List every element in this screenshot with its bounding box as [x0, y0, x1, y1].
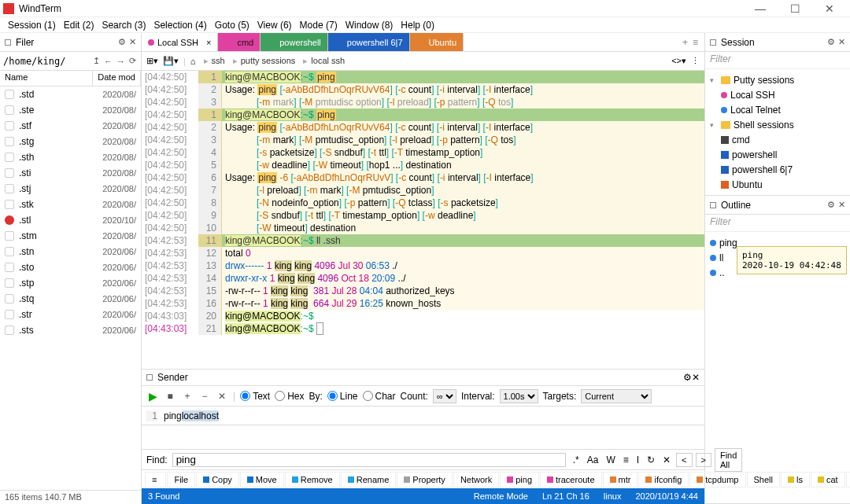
menu-item[interactable]: View (6) — [254, 19, 295, 31]
mode-text[interactable]: Text — [240, 391, 270, 402]
filer-row[interactable]: .stg2020/08/ — [0, 134, 141, 149]
menu-item[interactable]: Edit (2) — [61, 19, 98, 31]
filer-row[interactable]: .stm2020/08/ — [0, 228, 141, 244]
session-tab[interactable]: powershell — [261, 33, 328, 51]
session-tab[interactable]: Ubuntu — [410, 33, 464, 51]
session-tree-item[interactable]: Local Telnet — [707, 102, 848, 117]
menu-item[interactable]: Window (8) — [342, 19, 397, 31]
cmd-traceroute[interactable]: traceroute — [540, 472, 602, 487]
window-maximize-button[interactable]: ☐ — [778, 2, 812, 15]
cmd-Rename[interactable]: Rename — [341, 472, 397, 487]
gear-icon[interactable]: ⚙ — [683, 372, 692, 383]
cmd-ifconfig[interactable]: ifconfig — [638, 472, 689, 487]
filer-row[interactable]: .stp2020/06/ — [0, 275, 141, 291]
filer-row[interactable]: .sti2020/08/ — [0, 165, 141, 181]
by-char[interactable]: Char — [363, 391, 396, 402]
filer-row[interactable]: .str2020/06/ — [0, 307, 141, 322]
save-icon[interactable]: 💾▾ — [163, 56, 179, 66]
find-option[interactable]: Aa — [585, 454, 601, 465]
history-icon[interactable]: <>▾ — [671, 56, 686, 66]
filer-row[interactable]: .stf2020/08/ — [0, 118, 141, 134]
outline-tree[interactable]: pingllping 2020-10-19 04:42:48.. — [705, 232, 850, 283]
targets-select[interactable]: Current — [581, 389, 652, 403]
menu-item[interactable]: Help (0) — [397, 19, 438, 31]
close-icon[interactable]: ✕ — [838, 37, 845, 47]
filer-row[interactable]: .stk2020/08/ — [0, 197, 141, 212]
menu-item[interactable]: Goto (5) — [212, 19, 253, 31]
find-option[interactable]: W — [604, 454, 617, 465]
session-tree-item[interactable]: Ubuntu — [707, 177, 848, 192]
nav-back-icon[interactable]: ← — [102, 57, 114, 66]
crumb-ssh[interactable]: ssh — [201, 56, 225, 66]
stop-icon[interactable]: ■ — [164, 391, 176, 402]
find-option[interactable]: ≡ — [621, 454, 631, 465]
filer-row[interactable]: .stj2020/08/ — [0, 181, 141, 197]
nav-up-icon[interactable]: ↥ — [91, 56, 102, 66]
refresh-icon[interactable]: ⟳ — [128, 56, 138, 66]
tab-close-icon[interactable]: × — [206, 38, 211, 47]
filer-row[interactable]: .stq2020/06/ — [0, 291, 141, 307]
nav-fwd-icon[interactable]: → — [115, 57, 127, 66]
cmd-menu[interactable]: ≡ — [145, 472, 166, 487]
sender-input-row[interactable]: 1 ping localhost — [142, 407, 704, 425]
remove-icon[interactable]: − — [198, 391, 211, 402]
find-input[interactable] — [172, 453, 566, 467]
filer-row[interactable]: .sto2020/06/ — [0, 259, 141, 275]
find-prev[interactable]: < — [676, 453, 692, 467]
menu-item[interactable]: Search (3) — [98, 19, 149, 31]
filer-list[interactable]: .std2020/08/.ste2020/08/.stf2020/08/.stg… — [0, 86, 141, 490]
session-tab[interactable]: powershell 6|7 — [328, 33, 410, 51]
cmd-Network[interactable]: Network — [453, 472, 499, 487]
filer-row[interactable]: .sth2020/08/ — [0, 149, 141, 165]
col-name[interactable]: Name — [0, 71, 93, 86]
home-icon[interactable]: ⌂ — [190, 57, 196, 66]
play-icon[interactable]: ▶ — [146, 390, 159, 403]
add-tab-icon[interactable]: + — [682, 37, 688, 48]
clear-icon[interactable]: ✕ — [216, 391, 228, 402]
add-icon[interactable]: + — [181, 391, 194, 402]
filer-path-input[interactable] — [3, 56, 91, 67]
session-filter[interactable]: Filter — [705, 52, 850, 69]
session-tree-item[interactable]: powershell — [707, 147, 848, 162]
filer-row[interactable]: .stl2020/10/ — [0, 212, 141, 228]
cmd-Copy[interactable]: Copy — [196, 472, 239, 487]
crumb-localssh[interactable]: local ssh — [300, 56, 345, 66]
gear-icon[interactable]: ⚙ — [827, 37, 835, 47]
session-tree[interactable]: ▾Putty sessionsLocal SSHLocal Telnet▾She… — [705, 69, 850, 195]
session-tree-item[interactable]: ▾Shell sessions — [707, 117, 848, 132]
filer-row[interactable]: .sts2020/06/ — [0, 322, 141, 338]
find-option[interactable]: ✕ — [660, 454, 673, 465]
session-tab[interactable]: cmd — [218, 33, 261, 51]
find-option[interactable]: ↻ — [645, 454, 657, 465]
filer-row[interactable]: .ste2020/08/ — [0, 102, 141, 118]
gear-icon[interactable]: ⚙ — [118, 37, 126, 47]
window-minimize-button[interactable]: — — [743, 2, 778, 15]
tabs-menu-icon[interactable]: ≡ — [693, 37, 698, 48]
menu-item[interactable]: Session (1) — [5, 19, 59, 31]
crumb-putty[interactable]: putty sessions — [230, 56, 296, 66]
find-option[interactable]: I — [634, 454, 641, 465]
new-tab-icon[interactable]: ⊞▾ — [146, 56, 158, 66]
by-line[interactable]: Line — [327, 391, 358, 402]
cmd-Move[interactable]: Move — [240, 472, 284, 487]
filer-row[interactable]: .stn2020/06/ — [0, 244, 141, 259]
window-close-button[interactable]: ✕ — [812, 2, 847, 15]
more-icon[interactable]: ⋮ — [691, 56, 700, 66]
terminal-output[interactable]: [04:42:50]1king@MACBOOK:~$ ping[04:42:50… — [142, 71, 704, 369]
count-select[interactable]: ∞ — [433, 389, 456, 403]
find-option[interactable]: .* — [571, 454, 582, 465]
filer-row[interactable]: .std2020/08/ — [0, 86, 141, 102]
menu-item[interactable]: Selection (4) — [150, 19, 209, 31]
session-tree-item[interactable]: Local SSH — [707, 87, 848, 102]
session-tree-item[interactable]: powershell 6|7 — [707, 162, 848, 177]
close-icon[interactable]: ✕ — [129, 37, 136, 47]
session-tree-item[interactable]: ▾Putty sessions — [707, 72, 848, 87]
cmd-Remove[interactable]: Remove — [285, 472, 340, 487]
session-tree-item[interactable]: cmd — [707, 132, 848, 147]
col-date[interactable]: Date mod — [93, 71, 141, 86]
cmd-ping[interactable]: ping — [500, 472, 539, 487]
session-tab[interactable]: Local SSH× — [142, 33, 218, 51]
gear-icon[interactable]: ⚙ — [827, 200, 835, 210]
interval-select[interactable]: 1.00s — [500, 389, 538, 403]
outline-filter[interactable]: Filter — [705, 215, 850, 232]
